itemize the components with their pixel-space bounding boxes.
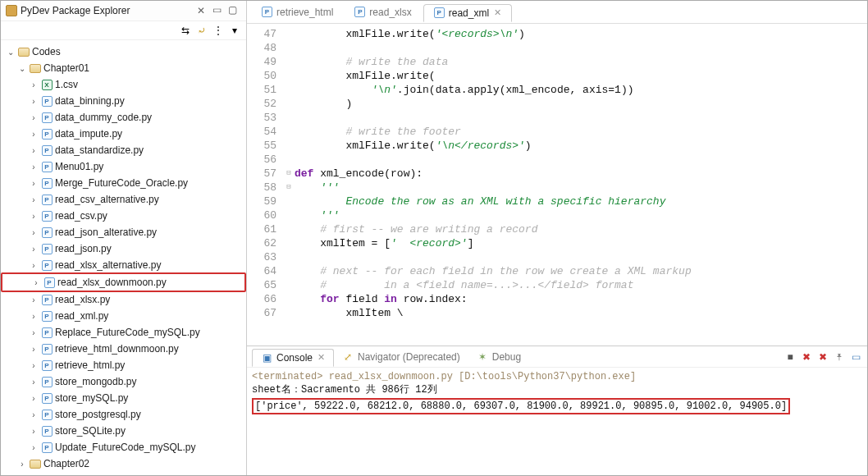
twisty-collapsed-icon[interactable]: › bbox=[29, 295, 39, 304]
code-line[interactable]: 67 xmlItem \ bbox=[247, 306, 867, 320]
collapse-all-icon[interactable]: ⇆ bbox=[179, 24, 192, 37]
editor-tab[interactable]: Pread_xlsx bbox=[345, 4, 421, 21]
tree-leaf-py[interactable]: ›Pread_json.py bbox=[1, 240, 246, 257]
tree-leaf-py[interactable]: ›PReplace_FutureCode_mySQL.py bbox=[1, 324, 246, 341]
tree-leaf-py[interactable]: ›Pstore_mongodb.py bbox=[1, 373, 246, 390]
twisty-collapsed-icon[interactable]: › bbox=[29, 228, 39, 237]
view-menu-icon[interactable]: ⋮ bbox=[212, 24, 225, 37]
tree-leaf-py[interactable]: ›Pdata_binning.py bbox=[1, 93, 246, 109]
pin-icon[interactable]: 🖈 bbox=[833, 350, 846, 364]
tree-leaf-py[interactable]: ›Pdata_impute.py bbox=[1, 126, 246, 142]
link-editor-icon[interactable]: ⤾ bbox=[195, 24, 208, 37]
code-line[interactable]: 57⊟def xml_encode(row): bbox=[247, 167, 867, 181]
close-icon[interactable]: ✕ bbox=[197, 5, 205, 16]
tree-leaf-py[interactable]: ›Pread_xml.py bbox=[1, 308, 246, 324]
display-icon[interactable]: ▭ bbox=[849, 350, 862, 364]
code-line[interactable]: 48 bbox=[247, 41, 867, 55]
twisty-collapsed-icon[interactable]: › bbox=[29, 443, 39, 452]
close-icon[interactable]: ✕ bbox=[318, 352, 325, 363]
fold-marker[interactable]: ⊟ bbox=[283, 181, 295, 195]
remove-launch-icon[interactable]: ✖ bbox=[800, 350, 813, 364]
python-file-icon: P bbox=[42, 244, 53, 254]
code-line[interactable]: 51 '\n'.join(data.apply(xml_encode, axis… bbox=[247, 83, 867, 97]
twisty-collapsed-icon[interactable]: › bbox=[29, 80, 39, 89]
tree-leaf-py[interactable]: ›Pstore_SQLite.py bbox=[1, 423, 246, 439]
code-line[interactable]: 65 # in a <field name=...>...</field> fo… bbox=[247, 278, 867, 292]
code-line[interactable]: 52 ) bbox=[247, 97, 867, 111]
twisty-collapsed-icon[interactable]: › bbox=[29, 113, 39, 122]
code-line[interactable]: 60 ''' bbox=[247, 208, 867, 222]
tree-leaf-py[interactable]: ›Pread_csv_alternative.py bbox=[1, 191, 246, 208]
code-line[interactable]: 47 xmlFile.write('<records>\n') bbox=[247, 27, 867, 41]
tab-console[interactable]: ▣ Console ✕ bbox=[252, 349, 334, 367]
twisty-collapsed-icon[interactable]: › bbox=[29, 410, 39, 419]
editor-tab[interactable]: Pread_xml✕ bbox=[423, 4, 512, 22]
twisty-collapsed-icon[interactable]: › bbox=[29, 130, 39, 139]
code-line[interactable]: 62 xmlItem = [' <record>'] bbox=[247, 236, 867, 250]
tree-node-chapter02[interactable]: › Chapter02 bbox=[1, 455, 246, 472]
filter-icon[interactable]: ▾ bbox=[228, 24, 241, 37]
tree-node-chapter01[interactable]: ⌄ Chapter01 bbox=[1, 60, 246, 76]
tree-leaf-csv[interactable]: › X 1.csv bbox=[1, 76, 246, 93]
maximize-icon[interactable]: ▢ bbox=[228, 4, 241, 17]
code-line[interactable]: 58⊟ ''' bbox=[247, 181, 867, 195]
folder-icon bbox=[18, 48, 30, 57]
twisty-collapsed-icon[interactable]: › bbox=[29, 212, 39, 221]
code-line[interactable]: 59 Encode the row as an XML with a speci… bbox=[247, 195, 867, 208]
twisty-collapsed-icon[interactable]: › bbox=[29, 345, 39, 354]
code-line[interactable]: 61 # first -- we are writing a record bbox=[247, 222, 867, 236]
tree-leaf-py[interactable]: ›Pstore_postgresql.py bbox=[1, 406, 246, 423]
tree-leaf-py[interactable]: ›Pread_xlsx_downmoon.py bbox=[3, 274, 244, 291]
twisty-collapsed-icon[interactable]: › bbox=[17, 460, 27, 469]
twisty-collapsed-icon[interactable]: › bbox=[29, 245, 39, 254]
twisty-expanded-icon[interactable]: ⌄ bbox=[17, 64, 27, 73]
tab-navigator[interactable]: ⤢ Navigator (Deprecated) bbox=[334, 349, 468, 365]
tree-leaf-py[interactable]: ›Pread_xlsx_alternative.py bbox=[1, 257, 246, 273]
twisty-collapsed-icon[interactable]: › bbox=[29, 179, 39, 188]
minimize-icon[interactable]: ▭ bbox=[212, 4, 226, 17]
code-line[interactable]: 66 for field in row.index: bbox=[247, 292, 867, 306]
tree-leaf-py[interactable]: ›PMenu01.py bbox=[1, 158, 246, 175]
tree-leaf-py[interactable]: ›Pread_xlsx.py bbox=[1, 291, 246, 308]
twisty-collapsed-icon[interactable]: › bbox=[29, 394, 39, 403]
tree-leaf-py[interactable]: ›Pretrieve_html_downmoon.py bbox=[1, 341, 246, 357]
twisty-collapsed-icon[interactable]: › bbox=[29, 328, 39, 337]
twisty-collapsed-icon[interactable]: › bbox=[29, 146, 39, 155]
editor-tab[interactable]: Pretrieve_html bbox=[252, 4, 343, 21]
code-editor[interactable]: 47 xmlFile.write('<records>\n')4849 # wr… bbox=[247, 24, 867, 346]
twisty-collapsed-icon[interactable]: › bbox=[29, 361, 39, 370]
twisty-collapsed-icon[interactable]: › bbox=[31, 278, 41, 287]
tree-leaf-py[interactable]: ›Pdata_standardize.py bbox=[1, 142, 246, 158]
tree-node-codes[interactable]: ⌄ Codes bbox=[1, 43, 246, 60]
code-line[interactable]: 63 bbox=[247, 250, 867, 264]
tree-leaf-py[interactable]: ›Pread_csv.py bbox=[1, 208, 246, 224]
remove-all-icon[interactable]: ✖ bbox=[816, 350, 829, 364]
code-line[interactable]: 54 # write the footer bbox=[247, 125, 867, 139]
code-line[interactable]: 49 # write the data bbox=[247, 55, 867, 69]
tree-leaf-py[interactable]: ›PMerge_FutureCode_Oracle.py bbox=[1, 175, 246, 191]
code-line[interactable]: 53 bbox=[247, 111, 867, 125]
twisty-collapsed-icon[interactable]: › bbox=[29, 162, 39, 172]
stop-icon[interactable]: ■ bbox=[783, 350, 797, 364]
code-line[interactable]: 64 # next -- for each field in the row w… bbox=[247, 264, 867, 278]
code-line[interactable]: 55 xmlFile.write('\n</records>') bbox=[247, 139, 867, 153]
tree-leaf-py[interactable]: ›Pread_json_alterative.py bbox=[1, 224, 246, 240]
tree-leaf-py[interactable]: ›Pretrieve_html.py bbox=[1, 357, 246, 373]
tab-debug[interactable]: ✶ Debug bbox=[468, 349, 529, 365]
tree-leaf-py[interactable]: ›PUpdate_FutureCode_mySQL.py bbox=[1, 439, 246, 455]
fold-marker[interactable]: ⊟ bbox=[283, 167, 295, 181]
twisty-expanded-icon[interactable]: ⌄ bbox=[6, 48, 16, 57]
twisty-collapsed-icon[interactable]: › bbox=[29, 195, 39, 204]
tree-leaf-py[interactable]: ›Pdata_dummy_code.py bbox=[1, 109, 246, 126]
close-icon[interactable]: ✕ bbox=[494, 7, 501, 18]
code-line[interactable]: 50 xmlFile.write( bbox=[247, 69, 867, 83]
twisty-collapsed-icon[interactable]: › bbox=[29, 378, 39, 387]
console-output[interactable]: <terminated> read_xlsx_downmoon.py [D:\t… bbox=[247, 368, 867, 475]
twisty-collapsed-icon[interactable]: › bbox=[29, 97, 39, 106]
code-line[interactable]: 56 bbox=[247, 153, 867, 167]
twisty-collapsed-icon[interactable]: › bbox=[29, 261, 39, 270]
file-tree[interactable]: ⌄ Codes ⌄ Chapter01 › X 1.csv ›Pdata_bin… bbox=[1, 40, 246, 475]
twisty-collapsed-icon[interactable]: › bbox=[29, 312, 39, 321]
twisty-collapsed-icon[interactable]: › bbox=[29, 427, 39, 436]
tree-leaf-py[interactable]: ›Pstore_mySQL.py bbox=[1, 390, 246, 406]
